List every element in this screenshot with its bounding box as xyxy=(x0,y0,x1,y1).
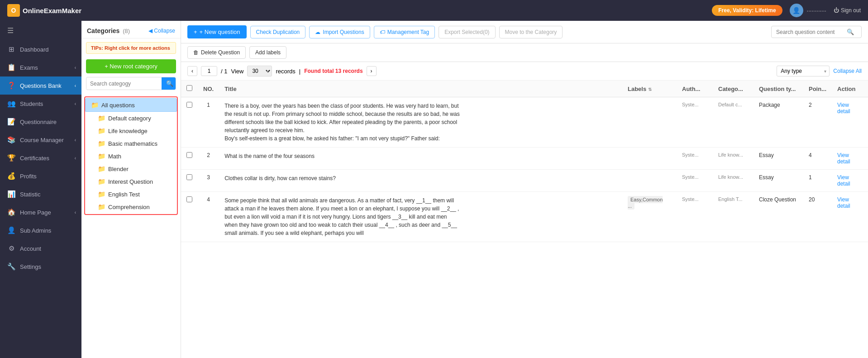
category-item-all[interactable]: 📁 All questions xyxy=(85,98,177,112)
sidebar-item-students[interactable]: 👥 Students ‹ xyxy=(0,95,81,113)
sidebar-icon-certificates: 🏆 xyxy=(7,154,15,162)
tips-bar: TIPs: Right click for more actions xyxy=(86,42,176,54)
category-item-blender[interactable]: 📁 Blender xyxy=(85,162,177,175)
row-checkbox-2[interactable] xyxy=(186,152,192,158)
row-author-2: Syste... xyxy=(677,148,713,170)
category-item-comprehension[interactable]: 📁 Comprehension xyxy=(85,200,177,213)
row-author-3: Syste... xyxy=(677,170,713,192)
category-item-english[interactable]: 📁 English Test xyxy=(85,188,177,200)
row-labels-2 xyxy=(622,148,677,170)
prev-page-button[interactable]: ‹ xyxy=(187,66,197,76)
category-search-input[interactable] xyxy=(86,78,162,89)
category-item-default[interactable]: 📁 Default category xyxy=(85,112,177,124)
category-panel: Categories (8) ◀ Collapse TIPs: Right cl… xyxy=(81,21,181,358)
tag-icon: 🏷 xyxy=(380,29,385,35)
sidebar-label-certificates: Certificates xyxy=(20,155,49,162)
sidebar-icon-settings: 🔧 xyxy=(7,263,15,271)
row-author-1: Syste... xyxy=(677,97,713,148)
row-checkbox-3[interactable] xyxy=(186,174,192,180)
sidebar-item-certificates[interactable]: 🏆 Certificates ‹ xyxy=(0,149,81,167)
page-number-input[interactable] xyxy=(201,66,217,76)
export-selected-button[interactable]: Export Selected(0) xyxy=(439,26,495,38)
logo: O OnlineExamMaker xyxy=(7,4,81,17)
view-detail-link-1[interactable]: View detail xyxy=(837,102,850,115)
check-duplication-button[interactable]: Check Duplication xyxy=(250,26,306,38)
row-labels-1 xyxy=(622,97,677,148)
add-labels-button[interactable]: Add labels xyxy=(249,46,286,59)
new-root-category-button[interactable]: + New root category xyxy=(86,59,176,73)
new-question-button[interactable]: + + New question xyxy=(187,25,247,38)
category-item-interest[interactable]: 📁 Interest Question xyxy=(85,175,177,188)
view-detail-link-3[interactable]: View detail xyxy=(837,174,850,187)
folder-icon-all: 📁 xyxy=(91,101,99,109)
toolbar-row2: 🗑 Delete Question Add labels xyxy=(181,43,868,62)
logo-icon: O xyxy=(7,4,20,17)
type-select-wrap: Any type Essay Package Cloze Question Tr… xyxy=(777,66,862,76)
select-all-checkbox[interactable] xyxy=(186,85,192,91)
sidebar-item-account[interactable]: ⚙ Account xyxy=(0,239,81,258)
sidebar-item-course-manager[interactable]: 📚 Course Manager ‹ xyxy=(0,131,81,149)
category-search-button[interactable]: 🔍 xyxy=(162,77,176,90)
row-checkbox-1[interactable] xyxy=(186,102,192,108)
question-search-input[interactable] xyxy=(776,29,844,35)
sign-out-button[interactable]: ⏻ Sign out xyxy=(834,7,861,14)
separator: | xyxy=(299,68,300,75)
category-item-math-basic[interactable]: 📁 Basic mathematics xyxy=(85,137,177,150)
category-label-interest: Interest Question xyxy=(108,178,153,185)
sidebar-item-home-page[interactable]: 🏠 Home Page ‹ xyxy=(0,203,81,221)
sidebar-label-exams: Exams xyxy=(20,64,38,71)
sidebar-icon-students: 👥 xyxy=(7,100,15,108)
view-detail-link-2[interactable]: View detail xyxy=(837,152,850,165)
sidebar-item-dashboard[interactable]: ⊞ Dashboard xyxy=(0,40,81,58)
th-action: Action xyxy=(832,81,868,97)
sidebar-item-exams[interactable]: 📋 Exams ‹ xyxy=(0,58,81,76)
next-page-button[interactable]: › xyxy=(367,66,377,76)
delete-question-button[interactable]: 🗑 Delete Question xyxy=(187,46,246,59)
import-questions-button[interactable]: ☁ Import Questions xyxy=(309,26,370,38)
type-select[interactable]: Any type Essay Package Cloze Question Tr… xyxy=(777,66,830,76)
sidebar-menu-icon[interactable]: ☰ xyxy=(0,21,81,40)
row-action-4[interactable]: View detail xyxy=(832,192,868,242)
sidebar-label-settings: Settings xyxy=(20,263,41,270)
per-page-select-container: 30 50 100 xyxy=(247,66,272,76)
move-to-category-button[interactable]: Move to the Category xyxy=(499,26,563,38)
category-item-math[interactable]: 📁 Math xyxy=(85,150,177,162)
row-action-2[interactable]: View detail xyxy=(832,148,868,170)
sidebar-item-settings[interactable]: 🔧 Settings xyxy=(0,258,81,276)
per-page-select[interactable]: 30 50 100 xyxy=(247,66,272,76)
question-table-container: NO. Title Labels ⇅ Auth... Catego... Que… xyxy=(181,81,868,358)
row-checkbox-cell xyxy=(181,148,198,170)
row-points-3: 1 xyxy=(803,170,832,192)
user-display-name: ············ xyxy=(807,7,826,14)
collapse-all-button[interactable]: Collapse All xyxy=(833,68,862,74)
collapse-button[interactable]: ◀ Collapse xyxy=(148,28,175,34)
sidebar-label-dashboard: Dashboard xyxy=(20,46,49,53)
plus-icon: + xyxy=(194,29,197,35)
th-labels: Labels ⇅ xyxy=(622,81,677,97)
sidebar-item-sub-admins[interactable]: 👤 Sub Admins xyxy=(0,221,81,239)
row-checkbox-4[interactable] xyxy=(186,196,192,202)
validity-badge: Free, Validity: Lifetime xyxy=(712,5,782,16)
management-tag-button[interactable]: 🏷 Management Tag xyxy=(374,26,435,38)
category-item-life[interactable]: 📁 Life knowledge xyxy=(85,124,177,137)
main-content: + + New question Check Duplication ☁ Imp… xyxy=(181,21,868,358)
th-question-type: Question ty... xyxy=(754,81,803,97)
view-detail-link-4[interactable]: View detail xyxy=(837,196,850,209)
collapse-arrow-icon: ◀ xyxy=(148,28,153,34)
sidebar-icon-profits: 💰 xyxy=(7,172,15,180)
view-label: View xyxy=(231,68,243,75)
row-qtype-4: Cloze Question xyxy=(754,192,803,242)
sidebar-arrow-questions-bank: ‹ xyxy=(75,83,76,88)
folder-icon-blender: 📁 xyxy=(98,165,105,172)
sidebar-item-questionnaire[interactable]: 📝 Questionnaire xyxy=(0,113,81,131)
sidebar-item-questions-bank[interactable]: ❓ Questions Bank ‹ xyxy=(0,76,81,95)
th-checkbox xyxy=(181,81,198,97)
sort-icon: ⇅ xyxy=(648,87,652,92)
folder-icon-default: 📁 xyxy=(98,115,105,122)
row-action-1[interactable]: View detail xyxy=(832,97,868,148)
row-category-3: Life know... xyxy=(713,170,754,192)
sidebar-item-statistic[interactable]: 📊 Statistic xyxy=(0,185,81,203)
row-no-1: 1 xyxy=(198,97,219,148)
row-action-3[interactable]: View detail xyxy=(832,170,868,192)
sidebar-item-profits[interactable]: 💰 Profits xyxy=(0,167,81,185)
